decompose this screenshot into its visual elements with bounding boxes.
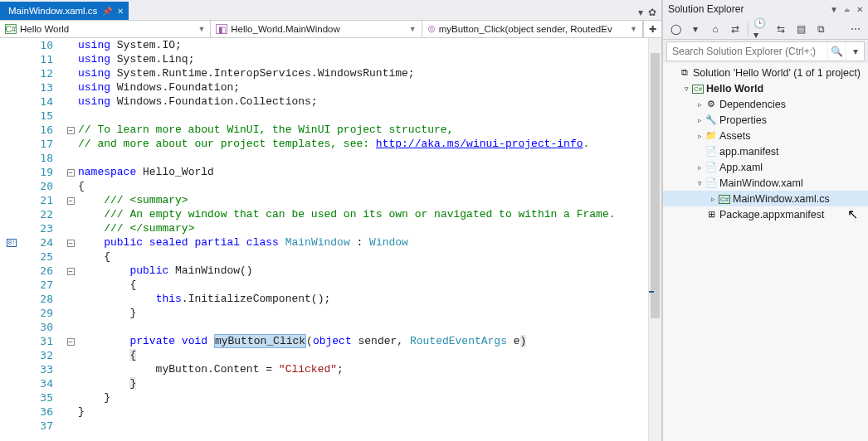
expand-collapse-icon[interactable]: ▹ [695, 132, 705, 140]
close-icon[interactable]: ✕ [117, 7, 124, 16]
navigation-bar: C# Hello World ▼ ◧ Hello_World.MainWindo… [0, 20, 661, 38]
close-icon[interactable]: ✕ [856, 5, 863, 14]
chevron-down-icon: ▼ [409, 25, 417, 33]
show-all-files-button[interactable]: ▤ [793, 22, 808, 36]
tree-node[interactable]: ▹🔧Properties [663, 112, 868, 128]
nav-class-label: Hello_World.MainWindow [231, 24, 339, 34]
tree-node[interactable]: ▹⚙Dependencies [663, 96, 868, 112]
chevron-down-icon: ▼ [197, 25, 205, 33]
solution-search-input[interactable] [667, 42, 827, 61]
tree-node-label: Package.appxmanifest [718, 209, 824, 220]
chevron-down-icon: ▼ [630, 25, 637, 33]
solution-explorer-pane: Solution Explorer ▼ ⫨ ✕ ◯ ▾ ⌂ ⇄ 🕒▾ ⇆ ▤ ⧉… [662, 0, 868, 441]
expand-collapse-icon[interactable]: ▹ [695, 116, 705, 124]
tree-node-icon: 📄 [705, 162, 718, 172]
document-tab-active[interactable]: MainWindow.xaml.cs 📌 ✕ [0, 2, 129, 20]
tree-node-icon: C# [718, 193, 731, 204]
forward-button[interactable]: ▾ [688, 22, 703, 36]
expand-collapse-icon[interactable]: ▿ [695, 179, 705, 187]
code-text[interactable]: using System.IO;using System.Linq;using … [76, 38, 648, 441]
code-folding-column[interactable]: −−−−−− [65, 38, 76, 441]
tree-node-icon: ⧉ [678, 67, 691, 78]
tree-node-label: Solution 'Hello World' (1 of 1 project) [691, 67, 861, 79]
solution-explorer-titlebar[interactable]: Solution Explorer ▼ ⫨ ✕ [663, 0, 868, 18]
tree-node[interactable]: 📄app.manifest [663, 143, 868, 159]
nav-project-dropdown[interactable]: C# Hello World ▼ [0, 21, 211, 37]
switch-view-button[interactable]: ⇆ [773, 22, 788, 36]
tree-node-icon: 📁 [705, 130, 718, 141]
sync-button[interactable]: ⇄ [728, 22, 743, 36]
fold-toggle[interactable]: − [67, 127, 75, 134]
solution-explorer-toolbar: ◯ ▾ ⌂ ⇄ 🕒▾ ⇆ ▤ ⧉ ⋯ [663, 18, 868, 40]
tree-node-label: Properties [718, 114, 767, 126]
tab-overflow-icon[interactable]: ▾ [638, 7, 643, 18]
nav-member-dropdown[interactable]: ⊚ myButton_Click(object sender, RoutedEv… [422, 21, 643, 37]
fold-toggle[interactable]: − [67, 338, 75, 346]
tree-node[interactable]: ▿📄MainWindow.xaml [663, 175, 868, 191]
csharp-project-icon: C# [5, 24, 17, 34]
tree-node[interactable]: ⊞Package.appxmanifest [663, 206, 868, 222]
filter-button[interactable]: 🕒▾ [753, 22, 768, 36]
expand-collapse-icon[interactable]: ▹ [695, 100, 705, 109]
tree-node-icon: C# [691, 83, 705, 94]
more-icon[interactable]: ⋯ [848, 22, 863, 36]
tree-node-label: Assets [718, 130, 751, 142]
search-icon[interactable]: 🔍 [827, 42, 846, 61]
tree-node-icon: ⊞ [705, 209, 718, 220]
document-tab-title: MainWindow.xaml.cs [8, 6, 97, 16]
tree-node-icon: 📄 [705, 177, 718, 188]
tree-node-label: Dependencies [718, 99, 786, 110]
code-editor[interactable]: 8↑ 1011121314151617181920212223242526272… [0, 38, 661, 441]
nav-class-dropdown[interactable]: ◧ Hello_World.MainWindow ▼ [211, 21, 422, 37]
expand-collapse-icon[interactable]: ▹ [695, 163, 705, 172]
tree-node-label: MainWindow.xaml [718, 177, 803, 189]
method-icon: ⊚ [427, 24, 436, 34]
tree-node-label: MainWindow.xaml.cs [731, 193, 830, 205]
fold-toggle[interactable]: − [67, 169, 75, 177]
solution-explorer-search[interactable]: 🔍 ▾ [666, 41, 865, 61]
solution-explorer-title: Solution Explorer [668, 3, 744, 15]
tree-node-icon: 📄 [705, 146, 718, 157]
tree-node-icon: ⚙ [705, 99, 718, 109]
tree-node[interactable]: ⧉Solution 'Hello World' (1 of 1 project) [663, 65, 868, 80]
pin-icon[interactable]: ⫨ [843, 5, 851, 14]
search-dropdown-icon[interactable]: ▾ [846, 42, 864, 61]
fold-toggle[interactable]: − [67, 268, 75, 275]
tree-node-label: Hello World [705, 83, 763, 94]
nav-member-label: myButton_Click(object sender, RoutedEv [439, 24, 612, 34]
expand-collapse-icon[interactable]: ▿ [681, 85, 691, 93]
home-button[interactable]: ⌂ [708, 22, 723, 36]
vertical-scrollbar[interactable] [648, 38, 661, 441]
solution-tree[interactable]: ⧉Solution 'Hello World' (1 of 1 project)… [663, 63, 868, 441]
tree-node-icon: 🔧 [705, 114, 718, 125]
collapse-all-button[interactable]: ⧉ [813, 22, 828, 36]
fold-toggle[interactable]: − [67, 240, 75, 247]
pin-icon[interactable]: 📌 [102, 7, 112, 16]
tab-settings-icon[interactable]: ✿ [648, 7, 656, 18]
tree-node[interactable]: ▹📄App.xaml [663, 159, 868, 175]
nav-project-label: Hello World [20, 24, 69, 34]
scrollbar-thumb[interactable] [651, 53, 660, 318]
line-number-gutter[interactable]: 1011121314151617181920212223242526272829… [23, 38, 61, 441]
editor-pane: MainWindow.xaml.cs 📌 ✕ ▾ ✿ C# Hello Worl… [0, 0, 662, 441]
tree-node[interactable]: ▿C#Hello World [663, 80, 868, 96]
document-tab-bar: MainWindow.xaml.cs 📌 ✕ ▾ ✿ [0, 0, 661, 20]
tree-node[interactable]: ▹C#MainWindow.xaml.cs [663, 191, 868, 206]
tree-node-label: App.xaml [718, 162, 763, 173]
tree-node[interactable]: ▹📁Assets [663, 128, 868, 143]
split-editor-button[interactable]: ✚ [643, 21, 661, 37]
fold-toggle[interactable]: − [67, 197, 75, 205]
window-menu-icon[interactable]: ▼ [830, 5, 838, 14]
class-icon: ◧ [216, 24, 227, 34]
expand-collapse-icon[interactable]: ▹ [708, 195, 718, 203]
back-button[interactable]: ◯ [668, 22, 683, 36]
tree-node-label: app.manifest [718, 146, 779, 158]
